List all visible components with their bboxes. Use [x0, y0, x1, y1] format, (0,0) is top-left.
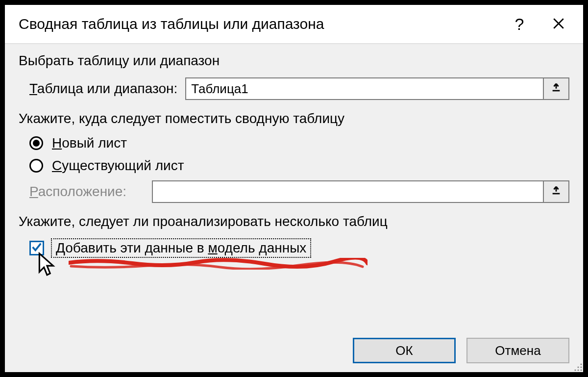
- help-button[interactable]: ?: [500, 9, 539, 39]
- svg-point-5: [577, 366, 579, 368]
- section-heading-multiple-tables: Укажите, следует ли проанализировать нес…: [19, 214, 569, 229]
- location-input[interactable]: [152, 180, 544, 203]
- dialog-window: Сводная таблица из таблицы или диапазона…: [0, 0, 588, 377]
- collapse-dialog-icon: [551, 184, 562, 200]
- dialog-body: Выбрать таблицу или диапазон Таблица или…: [5, 44, 583, 258]
- help-icon: ?: [515, 15, 524, 34]
- table-range-label: Таблица или диапазон:: [29, 81, 177, 97]
- collapse-dialog-icon: [551, 81, 562, 97]
- svg-point-6: [580, 366, 582, 368]
- svg-rect-3: [553, 193, 560, 194]
- radio-existing-sheet-row[interactable]: Существующий лист: [19, 158, 569, 174]
- table-range-input[interactable]: [185, 77, 544, 100]
- section-heading-select-range: Выбрать таблицу или диапазон: [19, 53, 569, 69]
- checkmark-icon: [31, 241, 42, 256]
- add-to-data-model-checkbox[interactable]: [29, 241, 44, 255]
- title-bar: Сводная таблица из таблицы или диапазона…: [5, 5, 583, 44]
- ok-button[interactable]: ОК: [353, 338, 456, 363]
- svg-point-4: [580, 363, 582, 365]
- section-heading-placement: Укажите, куда следует поместить сводную …: [19, 111, 569, 126]
- close-button[interactable]: [539, 9, 578, 39]
- add-to-data-model-label: Добавить эти данные в модель данных: [51, 238, 311, 258]
- radio-new-sheet[interactable]: [29, 136, 43, 150]
- table-range-picker-button[interactable]: [544, 77, 569, 100]
- cancel-button[interactable]: Отмена: [466, 338, 569, 363]
- location-row: Расположение:: [19, 180, 569, 203]
- radio-existing-sheet-label: Существующий лист: [52, 158, 184, 174]
- dialog-title: Сводная таблица из таблицы или диапазона: [19, 16, 500, 32]
- svg-point-9: [580, 369, 582, 371]
- radio-new-sheet-label: Новый лист: [52, 135, 127, 151]
- svg-point-8: [577, 369, 579, 371]
- location-label: Расположение:: [29, 184, 126, 200]
- radio-new-sheet-row[interactable]: Новый лист: [19, 135, 569, 151]
- location-picker-button[interactable]: [544, 180, 569, 203]
- add-to-data-model-row[interactable]: Добавить эти данные в модель данных: [19, 238, 569, 258]
- dialog-button-bar: ОК Отмена: [353, 338, 569, 363]
- radio-existing-sheet[interactable]: [29, 159, 43, 173]
- close-icon: [552, 15, 565, 34]
- table-range-row: Таблица или диапазон:: [19, 77, 569, 100]
- resize-grip-icon[interactable]: [572, 361, 583, 372]
- annotation-red-underline: [69, 258, 368, 270]
- svg-point-7: [574, 369, 576, 371]
- svg-rect-2: [553, 90, 560, 91]
